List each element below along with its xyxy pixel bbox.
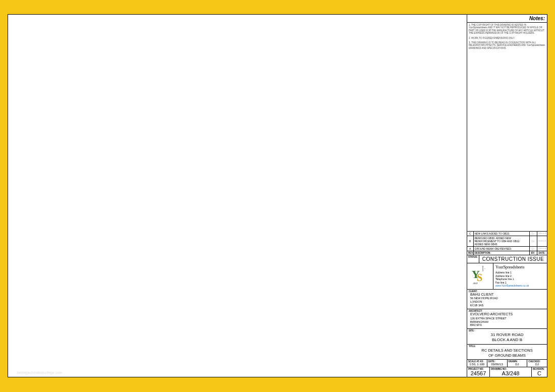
rev-desc: GROUND BEAM GB2 REVISED. (473, 246, 529, 251)
date-cell: DATE: 03/09/13 (487, 360, 508, 367)
revision-row: B REMOVED GB30. ADDED NEW REINFORCEMENT … (467, 236, 547, 246)
checked-value: DJ (527, 363, 547, 367)
revision-header-row: REV. DESCRIPTION: BY: DATE: (467, 251, 547, 255)
note-1: 1. THE COPYRIGHT OF THIS DRAWING IS VEST… (469, 24, 545, 35)
architect-addr2: BIRMINGHAM (470, 320, 544, 324)
checked-cell: CHECKED: DJ (527, 360, 547, 367)
note-3: 3. THIS DRAWING IS TO BE READ IN CONJUNC… (469, 41, 545, 49)
rev-by: DJ (529, 236, 537, 246)
revision-row: A GROUND BEAM GB2 REVISED. DJ 04/09/13 (467, 246, 547, 251)
company-name: YourSpreadsheets (495, 265, 545, 270)
client-addr2: LONDON (470, 300, 544, 304)
rev-by: DJ (529, 246, 537, 251)
rev-date: 08/09/13 (537, 232, 547, 236)
status-label: STATUS: (467, 255, 479, 263)
notes-body: 1. THE COPYRIGHT OF THIS DRAWING IS VEST… (467, 23, 547, 232)
revision-value: C (532, 370, 547, 377)
rev-date: 04/09/13 (537, 246, 547, 251)
client-addr1: 56 NEW HOPE ROAD (470, 297, 544, 300)
scale-cell: SCALE AT A3: 1:50, 1:100 (467, 360, 487, 367)
title-block: TITLE: RC DETAILS AND SECTIONS OF GROUND… (467, 345, 547, 360)
notes-heading: Notes: (467, 15, 547, 23)
company-logo: Y S our spreadsheets ™ (467, 263, 493, 289)
ys-logo-icon: Y S our spreadsheets ™ (470, 266, 490, 286)
status-value: CONSTRUCTION ISSUE (479, 255, 547, 263)
note-2: 2. WORK TO FIGURED DIMENSIONS ONLY. (469, 37, 545, 39)
client-name: BAHU CLIENT (470, 293, 544, 297)
rev-header: DATE: (537, 251, 547, 255)
rev-desc: REMOVED GB30. ADDED NEW REINFORCEMENT TO… (473, 236, 529, 246)
meta-row-1: SCALE AT A3: 1:50, 1:100 DATE: 03/09/13 … (467, 360, 547, 367)
architect-name: EVOLVERO ARCHITECTS (470, 312, 544, 317)
drawing-sheet: heritagechristiancollege.com Notes: 1. T… (8, 14, 547, 377)
status-block: STATUS: CONSTRUCTION ISSUE (467, 255, 547, 263)
revision-row: C NEW LINKS ADDED TO GB23. DJ 08/09/13 (467, 232, 547, 236)
architect-block: ARCHITECT: EVOLVERO ARCHITECTS 126 EXTRA… (467, 309, 547, 329)
architect-addr1: 126 EXTRA SPACE STREET (470, 317, 544, 320)
drawn-cell: DRAWN: DJ (508, 360, 528, 367)
rev-desc: NEW LINKS ADDED TO GB23. (473, 232, 529, 236)
revision-cell: REVISION: C (532, 367, 547, 377)
drawing-value: A3/248 (490, 370, 531, 377)
rev-letter: A (467, 246, 473, 251)
watermark: heritagechristiancollege.com (17, 371, 62, 374)
client-block: CLIENT: BAHU CLIENT 56 NEW HOPE ROAD LON… (467, 290, 547, 309)
rev-header: REV. (467, 251, 473, 255)
svg-text:our: our (473, 282, 478, 285)
site-line2: BLOCK A AND B (468, 338, 546, 343)
title-line2: OF GROUND BEAMS (468, 353, 546, 358)
rev-letter: C (467, 232, 473, 236)
project-cell: PROJECT NO: 24567 (467, 367, 490, 377)
client-addr3: EC1B 3AS (470, 304, 544, 307)
rev-header: DESCRIPTION: (473, 251, 529, 255)
title-line1: RC DETAILS AND SECTIONS (468, 348, 546, 353)
rev-by: DJ (529, 232, 537, 236)
company-block: Y S our spreadsheets ™ YourSpreadsheets … (467, 263, 547, 290)
rev-date: 05/09/13 (537, 236, 547, 246)
rev-header: BY: (529, 251, 537, 255)
title-block-sidebar: Notes: 1. THE COPYRIGHT OF THIS DRAWING … (467, 15, 547, 377)
architect-addr3: BR2 6FG (470, 323, 544, 327)
date-value: 03/09/13 (487, 363, 507, 367)
meta-row-2: PROJECT NO: 24567 DRAWING NO: A3/248 REV… (467, 367, 547, 377)
project-value: 24567 (467, 370, 489, 377)
rev-letter: B (467, 236, 473, 246)
company-web[interactable]: www.YourSpreadsheets.co.uk (495, 284, 529, 287)
company-details: YourSpreadsheets Address line 1 Address … (493, 263, 547, 289)
drawing-cell: DRAWING NO: A3/248 (490, 367, 532, 377)
revision-table: C NEW LINKS ADDED TO GB23. DJ 08/09/13 B… (467, 232, 547, 255)
drawn-value: DJ (508, 363, 527, 367)
svg-text:™: ™ (484, 268, 485, 270)
scale-value: 1:50, 1:100 (467, 363, 487, 367)
site-block: SITE: 31 ROVER ROAD BLOCK A AND B (467, 329, 547, 345)
site-line1: 31 ROVER ROAD (468, 332, 546, 338)
